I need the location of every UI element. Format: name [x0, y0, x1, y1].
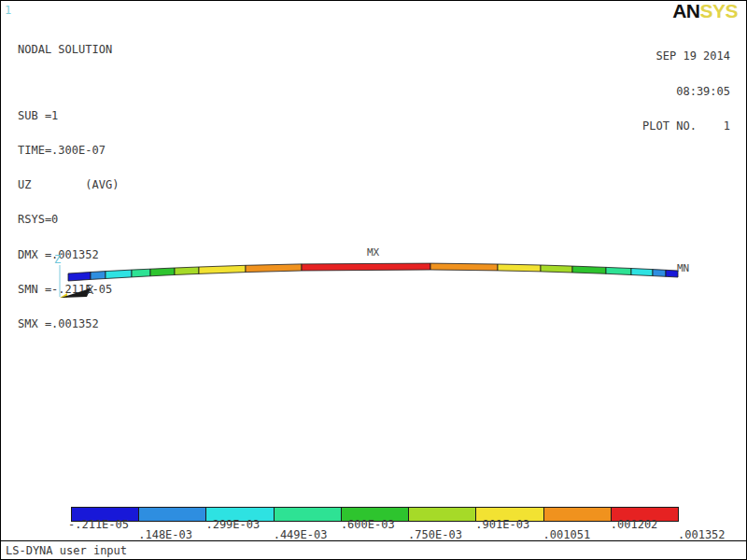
beam-element	[541, 265, 572, 273]
result-line-rsys: RSYS=0	[18, 214, 119, 225]
plot-time: 08:39:05	[642, 86, 730, 98]
result-line-smx: SMX =.001352	[18, 318, 119, 329]
legend-value: .750E-03	[408, 530, 462, 540]
beam-element	[631, 269, 653, 276]
triad-x-label: X	[87, 285, 93, 296]
legend-value: .299E-03	[205, 520, 260, 530]
result-info-lines: SUB =1 TIME=.300E-07 UZ (AVG) RSYS=0 DMX…	[18, 87, 119, 353]
legend-cell-lightblue	[139, 508, 206, 521]
result-line-time: TIME=.300E-07	[18, 145, 119, 156]
beam-element	[175, 267, 199, 275]
beam-element	[606, 267, 631, 274]
ansys-graphics-window: 1 NODAL SOLUTION SUB =1 TIME=.300E-07 UZ…	[0, 0, 747, 560]
beam-element	[199, 265, 246, 273]
legend-value: .001202	[611, 520, 658, 530]
legend-value: .449E-03	[274, 530, 328, 540]
ansys-logo: ANSYS	[672, 2, 738, 20]
legend-value: .001051	[543, 530, 591, 540]
result-line-substep: SUB =1	[18, 110, 119, 121]
beam-element	[150, 268, 175, 276]
legend-value: .600E-03	[341, 520, 395, 530]
beam-element	[572, 266, 606, 273]
legend-value: .901E-03	[475, 520, 529, 530]
min-value-marker: MN	[677, 263, 689, 274]
beam-element	[498, 264, 541, 272]
beam-element	[653, 270, 666, 277]
status-bar: LS-DYNA user input	[1, 540, 746, 560]
legend-value: -.211E-05	[68, 520, 129, 530]
beam-element	[246, 264, 302, 273]
ansys-logo-sys: SYS	[699, 0, 738, 21]
result-line-component: UZ (AVG)	[18, 179, 119, 190]
legend-cell-teal	[275, 508, 342, 521]
beam-element	[430, 263, 498, 271]
legend-value: .001352	[678, 530, 726, 540]
legend-cell-yellowgreen	[409, 508, 476, 521]
triad-z-label: Z	[54, 254, 61, 265]
legend-cell-orange	[544, 508, 612, 521]
status-bar-text: LS-DYNA user input	[6, 544, 127, 557]
plot-date: SEP 19 2014	[642, 50, 730, 63]
window-sequence-number: 1	[5, 4, 11, 17]
beam-element	[302, 263, 430, 271]
max-value-marker: MX	[367, 247, 379, 259]
beam-element	[132, 269, 150, 277]
result-info-block: NODAL SOLUTION SUB =1 TIME=.300E-07 UZ (…	[18, 18, 119, 379]
plot-number: PLOT NO. 1	[642, 120, 730, 133]
legend-value: .148E-03	[138, 530, 192, 540]
plot-info-block: SEP 19 2014 08:39:05 PLOT NO. 1	[642, 27, 730, 156]
result-line-smn: SMN =-.211E-05	[18, 284, 119, 295]
result-title: NODAL SOLUTION	[18, 44, 119, 56]
result-line-dmx: DMX =.001352	[18, 249, 119, 260]
ansys-logo-an: AN	[672, 0, 699, 21]
